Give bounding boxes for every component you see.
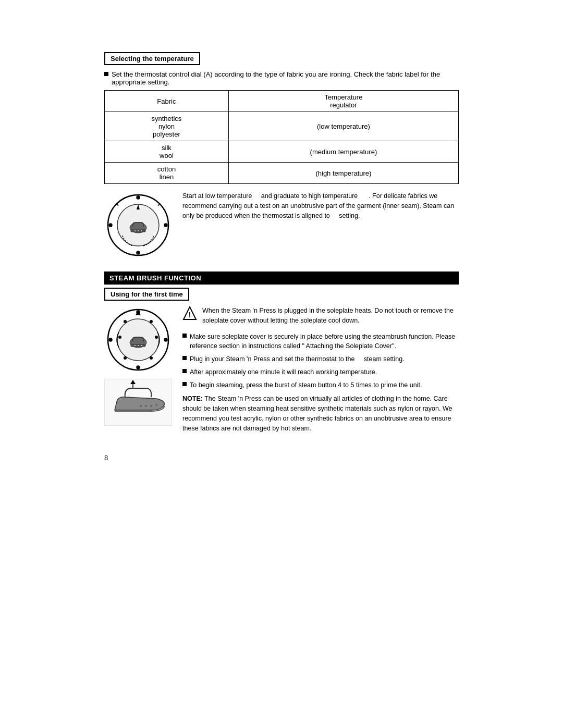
svg-point-19 bbox=[134, 345, 136, 346]
svg-point-38 bbox=[145, 405, 147, 407]
selecting-temperature-title: Selecting the temperature bbox=[104, 52, 200, 65]
svg-point-28 bbox=[150, 320, 153, 323]
list-item: Plug in your Steam 'n Press and set the … bbox=[182, 354, 459, 364]
list-item: After approximately one minute it will r… bbox=[182, 367, 459, 377]
svg-point-24 bbox=[109, 338, 112, 341]
svg-point-31 bbox=[124, 356, 127, 360]
svg-point-21 bbox=[141, 345, 142, 346]
warning-triangle-icon: ! bbox=[182, 306, 197, 320]
bullet-icon bbox=[104, 72, 108, 76]
bullet-text: Plug in your Steam 'n Press and set the … bbox=[190, 354, 405, 364]
table-row: cottonlinen (high temperature) bbox=[105, 163, 459, 184]
bullet-list: Make sure soleplate cover is securely in… bbox=[182, 332, 459, 390]
page-container: Selecting the temperature Set the thermo… bbox=[104, 52, 459, 462]
bullet-text: Make sure soleplate cover is securely in… bbox=[190, 332, 459, 352]
steam-brush-section: STEAM BRUSH FUNCTION Using for the first… bbox=[104, 272, 459, 433]
temperature-cell: (high temperature) bbox=[228, 163, 458, 184]
svg-point-25 bbox=[164, 338, 167, 341]
steam-dial-image bbox=[104, 306, 172, 374]
dial-image bbox=[104, 191, 172, 259]
fabric-cell: silkwool bbox=[105, 141, 229, 163]
list-item: Make sure soleplate cover is securely in… bbox=[182, 332, 459, 352]
svg-point-5 bbox=[138, 230, 139, 231]
right-content: ! When the Steam 'n Press is plugged in … bbox=[182, 306, 459, 433]
iron-plugin-image bbox=[104, 379, 172, 426]
instruction-text: Set the thermostat control dial (A) acco… bbox=[112, 70, 459, 86]
svg-point-29 bbox=[118, 336, 121, 339]
svg-point-40 bbox=[155, 404, 157, 406]
bullet-icon bbox=[182, 334, 187, 338]
bullet-text: To begin steaming, press the burst of st… bbox=[190, 380, 422, 390]
dial-description: Start at low temperature and graduate to… bbox=[182, 191, 459, 220]
fabric-cell: cottonlinen bbox=[105, 163, 229, 184]
steam-brush-header: STEAM BRUSH FUNCTION bbox=[104, 272, 459, 285]
svg-point-32 bbox=[150, 356, 153, 360]
svg-point-6 bbox=[141, 230, 142, 231]
table-header-temperature: Temperatureregulator bbox=[228, 91, 458, 112]
instruction-bullet: Set the thermostat control dial (A) acco… bbox=[104, 70, 459, 86]
svg-point-27 bbox=[124, 320, 127, 323]
svg-point-23 bbox=[137, 366, 140, 369]
svg-text:!: ! bbox=[189, 311, 191, 319]
bullet-icon bbox=[182, 382, 187, 386]
bullet-text: After approximately one minute it will r… bbox=[190, 367, 377, 377]
svg-point-9 bbox=[109, 224, 112, 227]
svg-point-39 bbox=[150, 405, 152, 407]
first-time-content: ! When the Steam 'n Press is plugged in … bbox=[104, 306, 459, 433]
table-row: silkwool (medium temperature) bbox=[105, 141, 459, 163]
note-text: NOTE: The Steam 'n Press can be used on … bbox=[182, 394, 459, 433]
svg-point-4 bbox=[134, 230, 136, 231]
svg-point-30 bbox=[155, 336, 158, 339]
svg-point-10 bbox=[164, 224, 167, 227]
warning-box: ! When the Steam 'n Press is plugged in … bbox=[182, 306, 459, 326]
warning-text: When the Steam 'n Press is plugged in th… bbox=[202, 306, 459, 326]
list-item: To begin steaming, press the burst of st… bbox=[182, 380, 459, 390]
using-first-time-title: Using for the first time bbox=[104, 288, 189, 301]
table-row: syntheticsnylonpolyester (low temperatur… bbox=[105, 112, 459, 141]
dial-svg bbox=[104, 191, 172, 259]
svg-point-20 bbox=[138, 345, 139, 346]
fabric-temperature-table: Fabric Temperatureregulator syntheticsny… bbox=[104, 90, 459, 184]
svg-point-8 bbox=[137, 251, 140, 254]
fabric-cell: syntheticsnylonpolyester bbox=[105, 112, 229, 141]
table-header-fabric: Fabric bbox=[105, 91, 229, 112]
left-images bbox=[104, 306, 172, 433]
bullet-icon bbox=[182, 356, 187, 360]
selecting-temperature-section: Selecting the temperature Set the thermo… bbox=[104, 52, 459, 259]
temperature-cell: (low temperature) bbox=[228, 112, 458, 141]
svg-point-37 bbox=[140, 405, 142, 407]
temperature-cell: (medium temperature) bbox=[228, 141, 458, 163]
bullet-icon bbox=[182, 369, 187, 373]
page-number: 8 bbox=[104, 454, 459, 462]
dial-row: Start at low temperature and graduate to… bbox=[104, 191, 459, 259]
